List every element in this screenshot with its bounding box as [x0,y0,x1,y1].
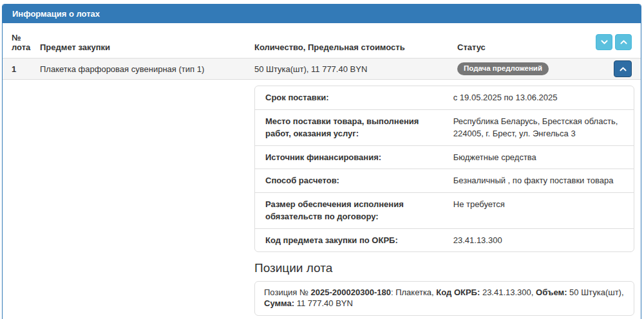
detail-value: 23.41.13.300 [452,229,634,252]
position-sum-label: Сумма: [264,298,294,308]
detail-value: Безналичный , по факту поставки товара [452,169,634,192]
position-number: 2025-200020300-180 [311,287,391,297]
lots-panel: Информация о лотах № лота Предмет закупк… [2,4,641,319]
panel-title: Информация о лотах [3,5,641,23]
position-sum-value: 11 777.40 BYN [294,298,353,308]
lot-details-table: Срок поставки: с 19.05.2025 по 13.06.202… [254,86,634,252]
detail-label: Способ расчетов: [255,169,452,192]
detail-value: Республика Беларусь, Брестская область, … [452,110,634,145]
column-header-subject: Предмет закупки [40,42,254,52]
position-okrb-value: 23.41.13.300, [480,287,536,297]
column-header-lot-number: № лота [12,33,40,52]
detail-value: с 19.05.2025 по 13.06.2025 [452,86,634,109]
position-volume-value: 50 Штука(шт), [567,287,624,297]
detail-label: Размер обеспечения исполнения обязательс… [255,193,452,228]
detail-label: Срок поставки: [255,86,452,109]
position-okrb-label: Код ОКРБ: [436,287,480,297]
status-badge: Подача предложений [457,62,549,75]
chevron-up-icon [619,65,627,73]
lot-row-1: 1 Плакетка фарфоровая сувенирная (тип 1)… [3,58,641,79]
positions-heading: Позиции лота [254,261,634,275]
lot-quantity: 50 Штука(шт), 11 777.40 BYN [254,64,457,74]
position-item: Позиция № 2025-200020300-180: Плакетка, … [254,281,634,316]
detail-row-payment-method: Способ расчетов: Безналичный , по факту … [255,169,634,192]
lot-subject: Плакетка фарфоровая сувенирная (тип 1) [40,64,254,74]
detail-row-okrb-code: Код предмета закупки по ОКРБ: 23.41.13.3… [255,228,634,252]
detail-label: Источник финансирования: [255,146,452,169]
detail-label: Код предмета закупки по ОКРБ: [255,229,452,252]
position-volume-label: Объем: [536,287,567,297]
chevron-down-icon [600,38,609,46]
detail-row-delivery-place: Место поставки товара, выполнения работ,… [255,109,634,145]
position-name: : Плакетка, [391,287,436,297]
table-header-row: № лота Предмет закупки Количество, Преде… [3,23,641,58]
lot-1-details: Срок поставки: с 19.05.2025 по 13.06.202… [3,79,641,319]
detail-row-security-amount: Размер обеспечения исполнения обязательс… [255,192,634,228]
detail-row-financing-source: Источник финансирования: Бюджетные средс… [255,145,634,169]
lot-actions [593,60,632,77]
detail-value: Бюджетные средства [452,146,634,169]
lot-status-cell: Подача предложений [457,62,593,75]
position-prefix: Позиция № [264,287,311,297]
column-header-status: Статус [457,42,593,52]
header-actions [593,34,632,50]
detail-label: Место поставки товара, выполнения работ,… [255,110,452,145]
chevron-up-icon [620,38,628,46]
collapse-all-button[interactable] [615,34,632,50]
detail-row-delivery-period: Срок поставки: с 19.05.2025 по 13.06.202… [255,86,634,109]
lot-number: 1 [12,64,40,74]
detail-value: Не требуется [452,193,634,228]
column-header-quantity: Количество, Предельная стоимость [254,42,457,52]
collapse-lot-1-button[interactable] [614,60,632,77]
expand-all-button[interactable] [596,34,612,50]
